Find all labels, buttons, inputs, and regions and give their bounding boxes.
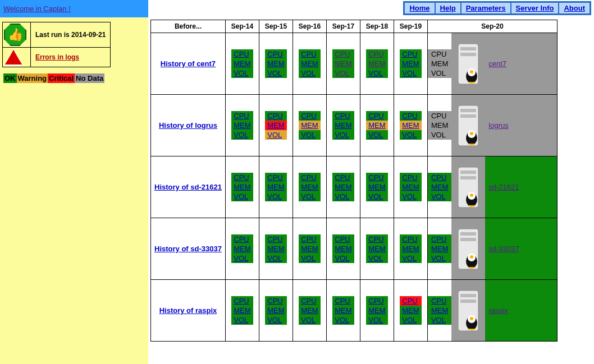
cpu-link[interactable]: CPU bbox=[299, 296, 320, 306]
cpu-link[interactable]: CPU bbox=[332, 296, 354, 306]
cpu-link[interactable]: CPU bbox=[400, 173, 421, 182]
cpu-link[interactable]: CPU bbox=[332, 234, 354, 244]
history-link-sd21621[interactable]: History of sd-21621 bbox=[154, 183, 222, 191]
cpu-link[interactable]: CPU bbox=[299, 234, 320, 244]
mem-link[interactable]: MEM bbox=[429, 306, 450, 315]
cpu-link[interactable]: CPU bbox=[366, 49, 387, 59]
cpu-link[interactable]: CPU bbox=[299, 111, 320, 121]
host-link-raspix[interactable]: raspix bbox=[488, 306, 508, 315]
vol-link[interactable]: VOL bbox=[429, 192, 450, 201]
mem-link[interactable]: MEM bbox=[429, 182, 450, 192]
mem-link[interactable]: MEM bbox=[366, 306, 387, 315]
vol-link[interactable]: VOL bbox=[400, 130, 421, 140]
history-link-sd33037[interactable]: History of sd-33037 bbox=[154, 245, 222, 253]
vol-link[interactable]: VOL bbox=[366, 254, 387, 263]
vol-link[interactable]: VOL bbox=[332, 68, 354, 78]
nav-home[interactable]: Home bbox=[404, 2, 435, 14]
cpu-link[interactable]: CPU bbox=[332, 111, 354, 121]
cpu-link[interactable]: CPU bbox=[366, 234, 387, 244]
cpu-link[interactable]: CPU bbox=[366, 111, 387, 121]
vol-link[interactable]: VOL bbox=[366, 315, 387, 325]
cpu-link[interactable]: CPU bbox=[231, 296, 253, 306]
mem-link[interactable]: MEM bbox=[265, 306, 286, 315]
vol-link[interactable]: VOL bbox=[265, 68, 286, 78]
vol-link[interactable]: VOL bbox=[299, 315, 320, 325]
mem-link[interactable]: MEM bbox=[366, 59, 387, 68]
cpu-link[interactable]: CPU bbox=[265, 234, 286, 244]
vol-link[interactable]: VOL bbox=[231, 315, 253, 325]
vol-link[interactable]: VOL bbox=[332, 315, 354, 325]
vol-link[interactable]: VOL bbox=[366, 192, 387, 201]
vol-link[interactable]: VOL bbox=[400, 68, 421, 78]
nav-parameters[interactable]: Parameters bbox=[461, 2, 511, 14]
mem-link[interactable]: MEM bbox=[231, 306, 253, 315]
cpu-link[interactable]: CPU bbox=[400, 234, 421, 244]
vol-link[interactable]: VOL bbox=[265, 130, 286, 140]
mem-link[interactable]: MEM bbox=[265, 244, 286, 254]
vol-link[interactable]: VOL bbox=[400, 315, 421, 325]
cpu-link[interactable]: CPU bbox=[400, 49, 421, 59]
mem-link[interactable]: MEM bbox=[299, 182, 320, 192]
mem-link[interactable]: MEM bbox=[400, 59, 421, 68]
cpu-link[interactable]: CPU bbox=[265, 111, 286, 121]
cpu-link[interactable]: CPU bbox=[429, 173, 450, 182]
nav-help[interactable]: Help bbox=[435, 2, 461, 14]
cpu-link[interactable]: CPU bbox=[400, 296, 421, 306]
mem-link[interactable]: MEM bbox=[332, 59, 354, 68]
vol-link[interactable]: VOL bbox=[299, 254, 320, 263]
vol-link[interactable]: VOL bbox=[400, 254, 421, 263]
vol-link[interactable]: VOL bbox=[299, 130, 320, 140]
mem-link[interactable]: MEM bbox=[400, 182, 421, 192]
cpu-link[interactable]: CPU bbox=[299, 173, 320, 182]
cpu-link[interactable]: CPU bbox=[429, 296, 450, 306]
cpu-link[interactable]: CPU bbox=[366, 173, 387, 182]
vol-link[interactable]: VOL bbox=[231, 68, 253, 78]
cpu-link[interactable]: CPU bbox=[231, 173, 253, 182]
mem-link[interactable]: MEM bbox=[332, 244, 354, 254]
cpu-link[interactable]: CPU bbox=[231, 111, 253, 121]
vol-link[interactable]: VOL bbox=[265, 254, 286, 263]
history-link-logrus[interactable]: History of logrus bbox=[159, 121, 217, 130]
cpu-link[interactable]: CPU bbox=[400, 111, 421, 121]
mem-link[interactable]: MEM bbox=[332, 121, 354, 130]
vol-link[interactable]: VOL bbox=[400, 192, 421, 201]
mem-link[interactable]: MEM bbox=[265, 182, 286, 192]
cpu-link[interactable]: CPU bbox=[429, 234, 450, 244]
mem-link[interactable]: MEM bbox=[400, 244, 421, 254]
cpu-link[interactable]: CPU bbox=[265, 49, 286, 59]
cpu-link[interactable]: CPU bbox=[366, 296, 387, 306]
mem-link[interactable]: MEM bbox=[366, 182, 387, 192]
mem-link[interactable]: MEM bbox=[366, 121, 387, 130]
cpu-link[interactable]: CPU bbox=[231, 234, 253, 244]
mem-link[interactable]: MEM bbox=[265, 121, 286, 130]
cpu-link[interactable]: CPU bbox=[265, 296, 286, 306]
cpu-link[interactable]: CPU bbox=[332, 173, 354, 182]
mem-link[interactable]: MEM bbox=[429, 244, 450, 254]
mem-link[interactable]: MEM bbox=[299, 306, 320, 315]
vol-link[interactable]: VOL bbox=[265, 315, 286, 325]
mem-link[interactable]: MEM bbox=[231, 121, 253, 130]
mem-link[interactable]: MEM bbox=[332, 182, 354, 192]
cpu-link[interactable]: CPU bbox=[231, 49, 253, 59]
mem-link[interactable]: MEM bbox=[299, 244, 320, 254]
vol-link[interactable]: VOL bbox=[332, 192, 354, 201]
vol-link[interactable]: VOL bbox=[366, 130, 387, 140]
host-link-logrus[interactable]: logrus bbox=[488, 121, 508, 130]
vol-link[interactable]: VOL bbox=[231, 130, 253, 140]
mem-link[interactable]: MEM bbox=[400, 306, 421, 315]
mem-link[interactable]: MEM bbox=[231, 59, 253, 68]
vol-link[interactable]: VOL bbox=[265, 192, 286, 201]
vol-link[interactable]: VOL bbox=[332, 130, 354, 140]
vol-link[interactable]: VOL bbox=[231, 192, 253, 201]
mem-link[interactable]: MEM bbox=[231, 182, 253, 192]
mem-link[interactable]: MEM bbox=[366, 244, 387, 254]
vol-link[interactable]: VOL bbox=[299, 68, 320, 78]
mem-link[interactable]: MEM bbox=[299, 59, 320, 68]
nav-about[interactable]: About bbox=[559, 2, 590, 14]
nav-server-info[interactable]: Server Info bbox=[511, 2, 559, 14]
mem-link[interactable]: MEM bbox=[299, 121, 320, 130]
host-link-sd33037[interactable]: sd-33037 bbox=[488, 245, 519, 253]
cpu-link[interactable]: CPU bbox=[332, 49, 354, 59]
mem-link[interactable]: MEM bbox=[400, 121, 421, 130]
vol-link[interactable]: VOL bbox=[429, 315, 450, 325]
